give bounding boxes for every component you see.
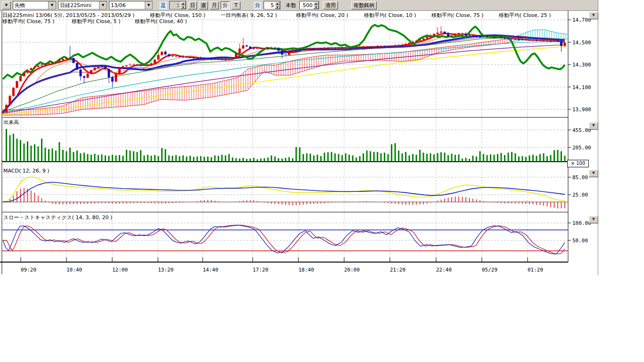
candle: [376, 47, 379, 47]
volume-bar: [483, 154, 484, 162]
volume-bar: [426, 154, 428, 162]
volume-bar: [218, 156, 219, 162]
period-day-button[interactable]: 日: [188, 1, 197, 9]
volume-bar: [249, 158, 251, 162]
candle: [359, 47, 361, 48]
candle: [486, 37, 488, 37]
minute-spinner[interactable]: 5 ▲▼: [264, 1, 281, 9]
candle: [528, 40, 531, 41]
candle: [366, 47, 368, 47]
candle: [539, 41, 541, 41]
candle: [267, 49, 269, 49]
candle: [175, 57, 177, 57]
symbol-combobox[interactable]: 日経225mini ▼: [58, 1, 107, 9]
candle: [231, 58, 234, 59]
contract-combobox-value: 13/06: [109, 2, 145, 8]
candle: [168, 55, 170, 57]
y-axis-label: 50.00: [572, 238, 588, 244]
spinner-arrows-icon[interactable]: ▲▼: [314, 1, 319, 9]
bar-count-value: 500: [300, 2, 314, 8]
price-scale-dropdown[interactable]: ▼: [589, 12, 598, 19]
volume-bar: [98, 155, 99, 162]
candle: [228, 59, 230, 60]
candle: [260, 49, 262, 49]
y-axis-label: 14,300: [572, 62, 591, 68]
volume-bar: [479, 151, 481, 162]
candle: [33, 67, 36, 68]
volume-bar: [105, 156, 106, 162]
candle: [504, 38, 506, 39]
candle: [253, 49, 255, 49]
chevron-down-icon[interactable]: ▼: [99, 1, 107, 9]
volume-bar: [48, 149, 50, 162]
volume-bar: [175, 155, 177, 162]
volume-bar: [204, 157, 205, 162]
candle: [164, 52, 166, 55]
candle: [37, 66, 39, 67]
volume-bar: [6, 129, 7, 162]
candle: [217, 59, 220, 60]
volume-bar: [331, 152, 332, 162]
chevron-down-icon[interactable]: ▼: [48, 1, 56, 9]
volume-bar: [324, 153, 325, 162]
market-combobox[interactable]: 先物 ▼: [13, 1, 56, 9]
volume-bar: [285, 158, 286, 162]
volume-bar: [94, 154, 95, 162]
volume-bar: [2, 161, 4, 162]
candle: [284, 55, 287, 55]
volume-bar: [299, 148, 300, 162]
candle: [161, 52, 163, 55]
volume-bar: [553, 150, 555, 162]
period-month-button[interactable]: 月: [210, 1, 219, 9]
y-axis-label: 25.00: [572, 192, 588, 198]
volume-bar: [221, 155, 223, 162]
candle: [451, 36, 453, 36]
volume-pane-label: 出来高: [3, 119, 19, 126]
volume-bar: [256, 159, 258, 162]
x-axis-label: 20:00: [344, 267, 360, 273]
chevron-down-icon[interactable]: ▼: [145, 1, 152, 9]
candle: [511, 39, 513, 39]
volume-bar: [126, 150, 127, 162]
macd-scale-dropdown[interactable]: ▼: [589, 170, 598, 177]
volume-bar: [391, 144, 392, 162]
bar-count-spinner[interactable]: 500 ▲▼: [299, 1, 319, 9]
candle: [58, 60, 60, 61]
bar-interval-spinner[interactable]: 1 ▲▼: [169, 1, 186, 9]
spinner-arrows-icon[interactable]: ▲▼: [275, 1, 280, 9]
volume-bar: [51, 148, 53, 162]
spinner-arrows-icon[interactable]: ▲▼: [181, 1, 186, 9]
candle: [553, 41, 555, 41]
volume-bar: [313, 156, 314, 162]
volume-bar: [561, 151, 562, 162]
app-window: 14,70014,50014,30014,10013,900455.00205.…: [0, 0, 644, 362]
legend-ma5: 移動平均( Close, 5 ): [72, 18, 121, 25]
period-tick-button[interactable]: T: [231, 1, 240, 9]
candle: [426, 37, 428, 38]
candle: [192, 58, 195, 58]
candle: [224, 59, 227, 60]
candle: [305, 49, 308, 49]
contract-combobox[interactable]: 13/06 ▼: [109, 1, 153, 9]
volume-bar: [182, 156, 184, 162]
multi-symbol-button[interactable]: 複数銘柄: [351, 1, 377, 9]
toolbar-dropdown-button[interactable]: ▼: [2, 1, 11, 9]
candle: [493, 37, 495, 38]
chart-right-border: [598, 0, 598, 275]
candle: [72, 58, 74, 63]
candle: [405, 44, 407, 45]
candle: [536, 40, 538, 41]
candle: [507, 38, 510, 39]
apply-button[interactable]: 適用: [323, 1, 338, 9]
period-minute-button[interactable]: 分: [221, 1, 230, 9]
stoch-scale-dropdown[interactable]: ▼: [589, 216, 598, 223]
volume-bar: [69, 148, 71, 162]
candle: [461, 33, 463, 33]
volume-bar: [207, 156, 208, 162]
volume-bar: [511, 152, 512, 162]
candle: [489, 37, 492, 38]
volume-bar: [447, 155, 449, 162]
volume-scale-dropdown[interactable]: ▼: [589, 122, 598, 130]
volume-bar: [264, 158, 265, 162]
period-week-button[interactable]: 週: [199, 1, 208, 9]
